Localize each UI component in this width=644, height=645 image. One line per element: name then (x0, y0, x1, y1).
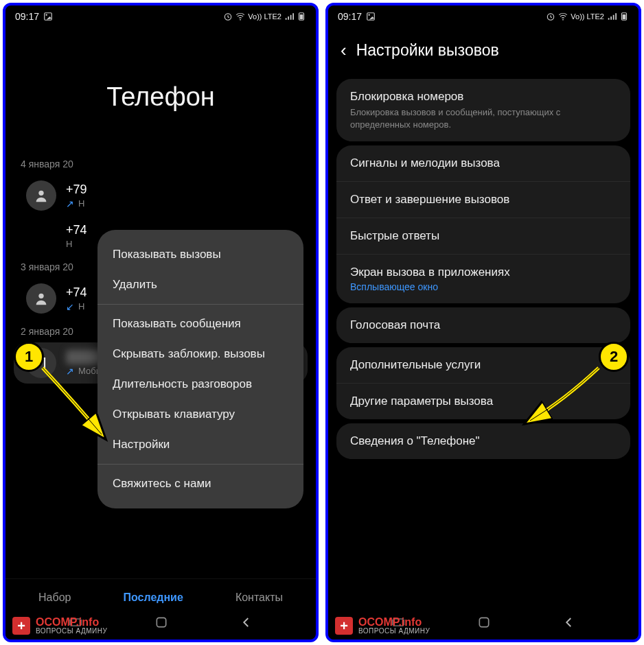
tab-recent[interactable]: Последние (123, 591, 183, 604)
wifi-icon (235, 12, 245, 21)
signal-icon (284, 12, 294, 21)
alarm-icon (546, 12, 555, 21)
menu-separator (97, 464, 303, 465)
callout-badge-2: 2 (599, 342, 629, 372)
arrow-annotation (34, 362, 124, 452)
setting-call-display[interactable]: Экран вызова в приложениях Всплывающее о… (336, 254, 630, 303)
battery-icon (619, 12, 629, 21)
svg-point-6 (38, 191, 43, 196)
setting-answer-end[interactable]: Ответ и завершение вызовов (336, 181, 630, 218)
tab-contacts[interactable]: Контакты (235, 591, 283, 604)
status-bar: 09:17 Vo)) LTE2 (328, 5, 639, 27)
setting-ringtones[interactable]: Сигналы и мелодии вызова (336, 145, 630, 181)
call-sub: Н (78, 198, 84, 209)
callout-badge-1: 1 (14, 342, 44, 372)
menu-item-show-calls[interactable]: Показывать вызовы (97, 239, 303, 270)
menu-item-delete[interactable]: Удалить (97, 270, 303, 300)
setting-block-numbers[interactable]: Блокировка номеров Блокировка вызовов и … (336, 79, 630, 141)
call-row[interactable]: +79 ↗Н (14, 175, 308, 216)
app-title: Телефон (5, 27, 316, 153)
status-bar: 09:17 Vo)) LTE2 (5, 5, 316, 27)
svg-point-3 (240, 19, 241, 21)
call-sub: Н (78, 301, 84, 312)
missed-call-icon: ↙ (66, 301, 74, 312)
menu-item-show-messages[interactable]: Показывать сообщения (97, 309, 303, 339)
svg-rect-17 (623, 14, 626, 19)
alarm-icon (223, 12, 233, 21)
menu-item-call-duration[interactable]: Длительность разговоров (97, 369, 303, 399)
setting-voicemail[interactable]: Голосовая почта (336, 307, 630, 343)
settings-header: ‹ Настройки вызовов (328, 27, 639, 75)
page-title: Настройки вызовов (356, 41, 499, 60)
avatar (26, 283, 56, 314)
watermark: + OCOMP.info ВОПРОСЫ АДМИНУ (328, 612, 639, 640)
call-number: +79 (66, 183, 295, 197)
right-phone-screenshot: 09:17 Vo)) LTE2 ‹ Настройки вызовов Блок… (325, 3, 641, 642)
watermark-subtext: ВОПРОСЫ АДМИНУ (358, 628, 430, 635)
menu-item-settings[interactable]: Настройки (97, 430, 303, 460)
menu-item-hide-blocked[interactable]: Скрывать заблокир. вызовы (97, 339, 303, 369)
menu-item-contact-us[interactable]: Свяжитесь с нами (97, 469, 303, 499)
menu-separator (97, 304, 303, 305)
status-time: 09:17 (15, 11, 39, 22)
watermark-plus-icon: + (335, 617, 353, 635)
wifi-icon (558, 12, 568, 21)
watermark-text: OCOMP.info (36, 617, 107, 628)
svg-point-1 (46, 14, 47, 16)
call-sub: Н (66, 239, 72, 249)
avatar (26, 180, 56, 211)
watermark: + OCOMP.info ВОПРОСЫ АДМИНУ (5, 612, 316, 640)
arrow-annotation (516, 362, 606, 438)
date-label: 4 января 20 (5, 153, 316, 174)
image-icon (366, 12, 376, 21)
svg-point-15 (562, 19, 564, 21)
status-network: Vo)) LTE2 (571, 12, 604, 21)
svg-point-13 (369, 14, 370, 16)
menu-item-open-keypad[interactable]: Открывать клавиатуру (97, 399, 303, 430)
battery-icon (297, 12, 306, 21)
left-phone-screenshot: 09:17 Vo)) LTE2 Телефон 4 января 20 +79 … (3, 3, 319, 642)
bottom-tabs: Набор Последние Контакты (5, 578, 316, 608)
status-time: 09:17 (338, 11, 362, 22)
status-network: Vo)) LTE2 (248, 12, 281, 21)
outgoing-call-icon: ↗ (66, 198, 74, 209)
signal-icon (607, 12, 617, 21)
overflow-menu: Показывать вызовы Удалить Показывать соо… (97, 230, 303, 508)
setting-quick-replies[interactable]: Быстрые ответы (336, 218, 630, 254)
svg-rect-5 (300, 14, 303, 19)
watermark-subtext: ВОПРОСЫ АДМИНУ (36, 628, 107, 635)
watermark-text: OCOMP.info (358, 617, 430, 628)
svg-point-7 (38, 294, 43, 298)
image-icon (43, 12, 53, 21)
tab-dial[interactable]: Набор (38, 591, 71, 604)
back-button[interactable]: ‹ (341, 40, 347, 61)
watermark-plus-icon: + (12, 617, 30, 635)
